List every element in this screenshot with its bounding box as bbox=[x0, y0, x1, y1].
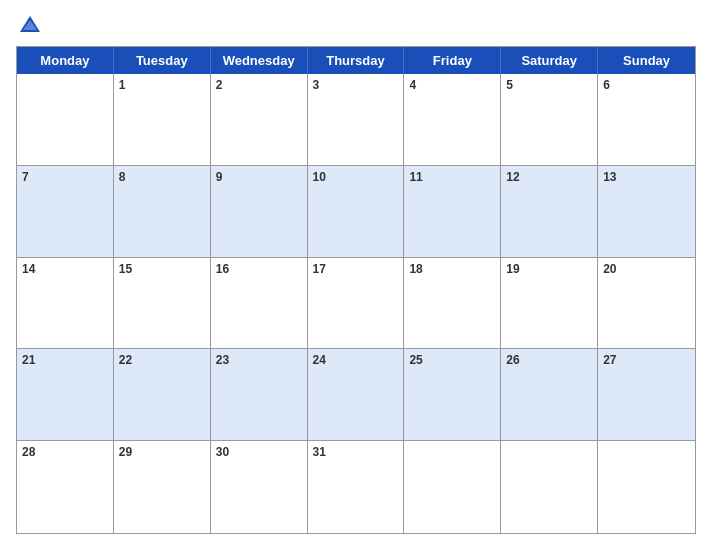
day-cell: 25 bbox=[404, 349, 501, 441]
day-cell: 11 bbox=[404, 166, 501, 258]
day-cell: 5 bbox=[501, 74, 598, 166]
day-number: 31 bbox=[313, 445, 399, 459]
day-cell: 28 bbox=[17, 441, 114, 533]
days-of-week-row: MondayTuesdayWednesdayThursdayFridaySatu… bbox=[17, 47, 695, 74]
day-cell: 10 bbox=[308, 166, 405, 258]
day-cell: 15 bbox=[114, 258, 211, 350]
day-cell: 22 bbox=[114, 349, 211, 441]
day-cell bbox=[501, 441, 598, 533]
day-cell: 19 bbox=[501, 258, 598, 350]
week-row-2: 78910111213 bbox=[17, 166, 695, 258]
day-header-saturday: Saturday bbox=[501, 47, 598, 74]
day-number: 10 bbox=[313, 170, 399, 184]
day-number: 25 bbox=[409, 353, 495, 367]
day-number: 12 bbox=[506, 170, 592, 184]
day-number: 15 bbox=[119, 262, 205, 276]
day-number: 11 bbox=[409, 170, 495, 184]
day-number: 2 bbox=[216, 78, 302, 92]
day-number: 6 bbox=[603, 78, 690, 92]
day-cell: 1 bbox=[114, 74, 211, 166]
page-header bbox=[16, 12, 696, 40]
day-cell: 17 bbox=[308, 258, 405, 350]
day-cell: 16 bbox=[211, 258, 308, 350]
day-header-monday: Monday bbox=[17, 47, 114, 74]
day-cell: 26 bbox=[501, 349, 598, 441]
day-header-tuesday: Tuesday bbox=[114, 47, 211, 74]
day-cell: 21 bbox=[17, 349, 114, 441]
day-number: 17 bbox=[313, 262, 399, 276]
day-cell: 12 bbox=[501, 166, 598, 258]
day-header-sunday: Sunday bbox=[598, 47, 695, 74]
logo bbox=[16, 12, 48, 40]
day-cell: 3 bbox=[308, 74, 405, 166]
day-cell: 24 bbox=[308, 349, 405, 441]
day-number: 9 bbox=[216, 170, 302, 184]
day-number: 8 bbox=[119, 170, 205, 184]
day-number: 19 bbox=[506, 262, 592, 276]
week-row-5: 28293031 bbox=[17, 441, 695, 533]
day-cell: 6 bbox=[598, 74, 695, 166]
day-cell: 9 bbox=[211, 166, 308, 258]
day-cell bbox=[404, 441, 501, 533]
week-row-4: 21222324252627 bbox=[17, 349, 695, 441]
day-number: 23 bbox=[216, 353, 302, 367]
weeks-container: 1234567891011121314151617181920212223242… bbox=[17, 74, 695, 533]
day-cell: 20 bbox=[598, 258, 695, 350]
day-cell: 13 bbox=[598, 166, 695, 258]
day-number: 16 bbox=[216, 262, 302, 276]
logo-icon bbox=[16, 12, 44, 40]
day-number: 3 bbox=[313, 78, 399, 92]
day-number: 1 bbox=[119, 78, 205, 92]
day-number: 22 bbox=[119, 353, 205, 367]
day-number: 30 bbox=[216, 445, 302, 459]
day-header-friday: Friday bbox=[404, 47, 501, 74]
day-cell: 29 bbox=[114, 441, 211, 533]
day-number: 13 bbox=[603, 170, 690, 184]
day-header-thursday: Thursday bbox=[308, 47, 405, 74]
day-cell bbox=[598, 441, 695, 533]
day-cell: 7 bbox=[17, 166, 114, 258]
day-header-wednesday: Wednesday bbox=[211, 47, 308, 74]
day-number: 4 bbox=[409, 78, 495, 92]
day-cell: 8 bbox=[114, 166, 211, 258]
day-number: 20 bbox=[603, 262, 690, 276]
day-cell: 30 bbox=[211, 441, 308, 533]
day-number: 29 bbox=[119, 445, 205, 459]
day-number: 14 bbox=[22, 262, 108, 276]
day-number: 21 bbox=[22, 353, 108, 367]
day-cell: 31 bbox=[308, 441, 405, 533]
day-number: 18 bbox=[409, 262, 495, 276]
week-row-1: 123456 bbox=[17, 74, 695, 166]
day-cell: 2 bbox=[211, 74, 308, 166]
day-number: 27 bbox=[603, 353, 690, 367]
day-cell bbox=[17, 74, 114, 166]
day-number: 28 bbox=[22, 445, 108, 459]
day-number: 26 bbox=[506, 353, 592, 367]
calendar: MondayTuesdayWednesdayThursdayFridaySatu… bbox=[16, 46, 696, 534]
day-cell: 4 bbox=[404, 74, 501, 166]
day-number: 7 bbox=[22, 170, 108, 184]
day-cell: 18 bbox=[404, 258, 501, 350]
day-cell: 27 bbox=[598, 349, 695, 441]
day-number: 24 bbox=[313, 353, 399, 367]
day-number: 5 bbox=[506, 78, 592, 92]
day-cell: 14 bbox=[17, 258, 114, 350]
day-cell: 23 bbox=[211, 349, 308, 441]
week-row-3: 14151617181920 bbox=[17, 258, 695, 350]
